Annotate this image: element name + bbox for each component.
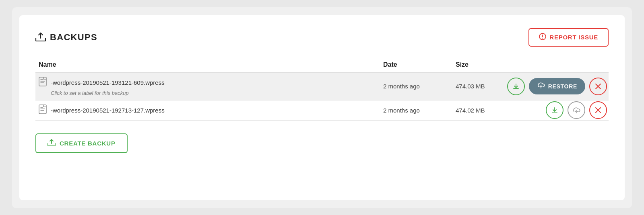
cloud-upload-icon <box>537 82 545 90</box>
report-issue-label: REPORT ISSUE <box>549 34 598 41</box>
row-1-filename: -wordpress-20190521-193121-609.wpress <box>51 79 165 86</box>
row-2-filename: -wordpress-20190521-192713-127.wpress <box>51 107 165 114</box>
export-icon <box>35 33 45 42</box>
create-backup-section: CREATE BACKUP <box>35 133 609 153</box>
row-1-name-cell: -wordpress-20190521-193121-609.wpress Cl… <box>35 73 383 100</box>
row-1-restore-button[interactable]: RESTORE <box>529 78 585 94</box>
col-header-size: Size <box>456 61 520 68</box>
row-2-restore-button[interactable] <box>568 101 585 119</box>
svg-rect-2 <box>39 77 46 86</box>
row-1-actions: RESTORE <box>520 78 609 95</box>
col-header-date: Date <box>383 61 456 68</box>
create-backup-label: CREATE BACKUP <box>60 140 116 147</box>
row-2-date: 2 months ago <box>383 107 456 114</box>
create-backup-button[interactable]: CREATE BACKUP <box>35 133 128 153</box>
col-header-actions <box>520 61 609 68</box>
row-2-name-cell: -wordpress-20190521-192713-127.wpress <box>35 100 383 120</box>
create-backup-export-icon <box>47 139 56 147</box>
row-1-label[interactable]: Click to set a label for this backup <box>39 90 380 96</box>
table-row: -wordpress-20190521-192713-127.wpress 2 … <box>35 100 609 121</box>
row-2-delete-button[interactable] <box>589 101 607 119</box>
alert-circle-icon <box>539 33 546 42</box>
row-1-name-top[interactable]: -wordpress-20190521-193121-609.wpress <box>39 77 380 88</box>
table-header: Name Date Size <box>35 58 609 73</box>
table-row: -wordpress-20190521-193121-609.wpress Cl… <box>35 73 609 100</box>
col-header-name: Name <box>35 61 383 68</box>
page-title: BACKUPS <box>50 32 97 43</box>
restore-label: RESTORE <box>548 83 577 90</box>
file-icon <box>39 77 47 88</box>
row-1-download-button[interactable] <box>507 78 525 95</box>
row-1-delete-button[interactable] <box>589 78 607 95</box>
row-2-name-top[interactable]: -wordpress-20190521-192713-127.wpress <box>39 104 380 116</box>
svg-point-1 <box>542 38 543 39</box>
outer-wrapper: BACKUPS REPORT ISSUE Name Date Size <box>12 7 632 208</box>
card-title-group: BACKUPS <box>35 32 97 43</box>
row-2-size: 474.02 MB <box>456 107 520 114</box>
main-card: BACKUPS REPORT ISSUE Name Date Size <box>19 15 625 200</box>
file-icon <box>39 104 47 116</box>
report-issue-button[interactable]: REPORT ISSUE <box>528 28 609 47</box>
row-1-date: 2 months ago <box>383 83 456 90</box>
card-header: BACKUPS REPORT ISSUE <box>35 28 609 47</box>
svg-rect-3 <box>39 105 46 114</box>
backups-table: Name Date Size <box>35 58 609 121</box>
row-2-download-button[interactable] <box>546 101 564 119</box>
row-2-actions <box>520 101 609 119</box>
